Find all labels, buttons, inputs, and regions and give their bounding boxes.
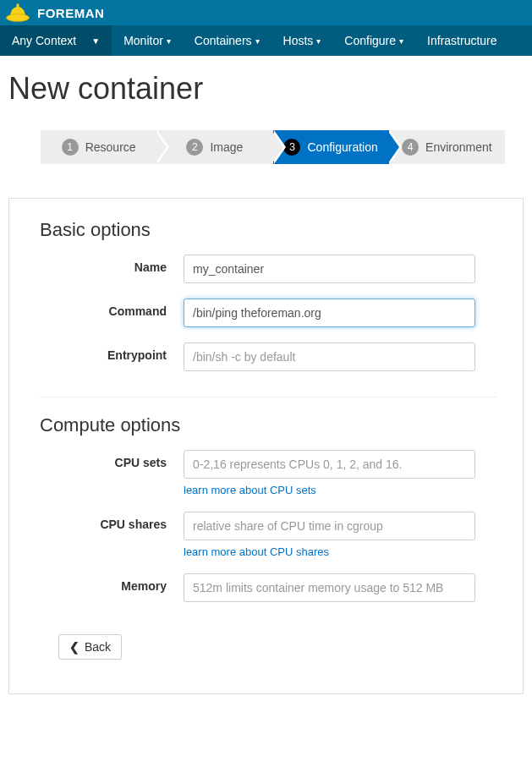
form-row-cpu-sets: CPU sets learn more about CPU sets bbox=[40, 450, 497, 496]
context-label: Any Context bbox=[12, 34, 76, 47]
caret-down-icon: ▾ bbox=[167, 36, 171, 46]
nav-hosts[interactable]: Hosts▾ bbox=[271, 25, 333, 56]
memory-label: Memory bbox=[40, 573, 184, 593]
step-number: 2 bbox=[186, 139, 203, 156]
page-title: New container bbox=[8, 71, 532, 107]
caret-down-icon: ▼ bbox=[91, 36, 100, 46]
step-label: Resource bbox=[85, 140, 136, 154]
step-environment[interactable]: 4 Environment bbox=[389, 130, 505, 164]
name-label: Name bbox=[40, 255, 184, 274]
step-image[interactable]: 2 Image bbox=[156, 130, 272, 164]
cpu-sets-label: CPU sets bbox=[40, 450, 184, 469]
svg-rect-1 bbox=[17, 4, 19, 8]
nav-containers[interactable]: Containers▾ bbox=[183, 25, 271, 56]
wizard-steps: 1 Resource 2 Image 3 Configuration 4 Env… bbox=[41, 130, 505, 164]
cpu-shares-label: CPU shares bbox=[40, 512, 184, 531]
cpu-shares-input[interactable] bbox=[184, 512, 475, 540]
nav-monitor[interactable]: Monitor▾ bbox=[112, 25, 183, 56]
form-row-name: Name bbox=[40, 255, 497, 283]
entrypoint-input[interactable] bbox=[184, 342, 475, 371]
step-configuration[interactable]: 3 Configuration bbox=[273, 130, 389, 164]
step-number: 1 bbox=[62, 139, 79, 156]
caret-down-icon: ▾ bbox=[399, 36, 403, 46]
nav-configure[interactable]: Configure▾ bbox=[332, 25, 415, 56]
basic-options-heading: Basic options bbox=[40, 219, 497, 241]
step-resource[interactable]: 1 Resource bbox=[41, 130, 156, 164]
cpu-shares-help-link[interactable]: learn more about CPU shares bbox=[184, 545, 329, 558]
brand-text: FOREMAN bbox=[37, 6, 104, 20]
step-label: Configuration bbox=[307, 140, 377, 154]
step-label: Environment bbox=[425, 140, 492, 154]
entrypoint-label: Entrypoint bbox=[40, 342, 184, 362]
caret-down-icon: ▾ bbox=[255, 36, 260, 46]
form-row-cpu-shares: CPU shares learn more about CPU shares bbox=[40, 512, 497, 558]
form-panel: Basic options Name Command Entrypoint Co… bbox=[8, 198, 524, 694]
name-input[interactable] bbox=[184, 255, 475, 283]
cpu-sets-help-link[interactable]: learn more about CPU sets bbox=[184, 484, 316, 496]
nav-infrastructure[interactable]: Infrastructure bbox=[415, 25, 508, 56]
caret-down-icon: ▾ bbox=[316, 36, 321, 46]
step-number: 4 bbox=[402, 139, 419, 156]
navbar: Any Context ▼ Monitor▾ Containers▾ Hosts… bbox=[0, 25, 532, 56]
topbar: FOREMAN bbox=[0, 0, 532, 25]
compute-options-heading: Compute options bbox=[40, 414, 497, 436]
command-input[interactable] bbox=[184, 299, 475, 327]
form-row-command: Command bbox=[40, 299, 497, 327]
command-label: Command bbox=[40, 299, 184, 318]
step-number: 3 bbox=[283, 139, 300, 156]
divider bbox=[40, 397, 497, 397]
chevron-left-icon: ❮ bbox=[69, 640, 80, 654]
context-selector[interactable]: Any Context ▼ bbox=[0, 25, 112, 56]
form-row-memory: Memory bbox=[40, 573, 497, 602]
cpu-sets-input[interactable] bbox=[184, 450, 475, 479]
foreman-logo-icon bbox=[5, 2, 30, 24]
back-label: Back bbox=[85, 640, 111, 654]
step-label: Image bbox=[210, 140, 243, 154]
back-button[interactable]: ❮ Back bbox=[58, 634, 122, 660]
memory-input[interactable] bbox=[184, 573, 475, 602]
form-row-entrypoint: Entrypoint bbox=[40, 342, 497, 371]
